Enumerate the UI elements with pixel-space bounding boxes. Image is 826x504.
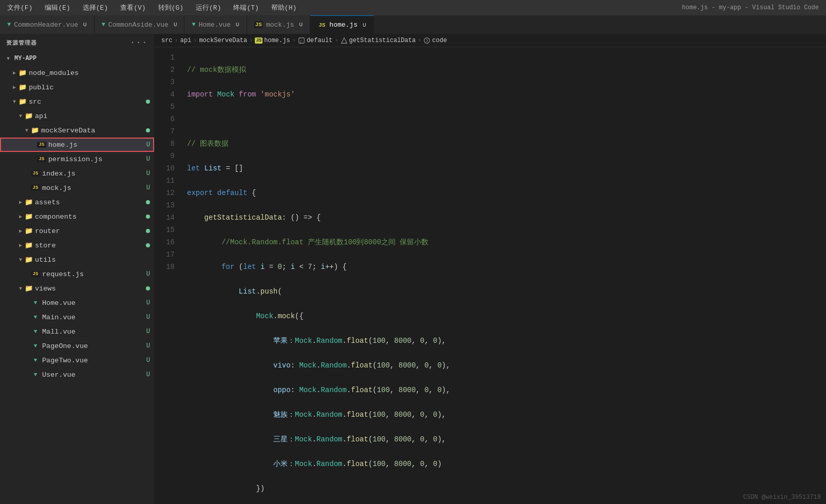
editor-area: src › api › mockServeData › JS home.js ›…	[154, 34, 826, 504]
sidebar-item-homejs[interactable]: JS home.js U	[0, 138, 154, 152]
folder-icon: 📁	[25, 227, 33, 235]
code-line-5: let List = []	[187, 162, 826, 175]
chevron-right-icon	[10, 84, 18, 90]
breadcrumb-homejs[interactable]: JS home.js	[255, 37, 290, 44]
modified-dot	[146, 200, 150, 204]
breadcrumb-default[interactable]: { } default	[298, 37, 332, 44]
chevron-down-icon	[23, 128, 31, 133]
code-line-2: import Mock from 'mockjs'	[187, 88, 826, 101]
sidebar-item-utils[interactable]: 📁 utils	[0, 253, 154, 267]
sidebar-item-label: utils	[35, 256, 154, 264]
window-title: home.js - my-app - Visual Studio Code	[680, 3, 821, 12]
sidebar-item-indexjs[interactable]: JS index.js U	[0, 166, 154, 181]
sidebar-item-label: Home.vue	[42, 299, 146, 307]
code-line-4: // 图表数据	[187, 138, 826, 150]
breadcrumb-getstatisticaldata[interactable]: getStatisticalData	[341, 37, 416, 44]
sidebar-item-label: public	[29, 84, 154, 91]
breadcrumb-api[interactable]: api	[180, 37, 192, 44]
chevron-right-icon	[16, 242, 25, 248]
sidebar-item-label: Main.vue	[42, 314, 146, 321]
breadcrumb-sep: ›	[334, 37, 338, 44]
tab-homevue[interactable]: ▼ Home.vue U	[184, 15, 247, 34]
sidebar-item-src[interactable]: 📁 src	[0, 94, 154, 109]
tab-label: CommonAside.vue	[108, 21, 168, 29]
modified-badge: U	[146, 342, 150, 350]
sidebar-item-mainvue[interactable]: ▼ Main.vue U	[0, 310, 154, 324]
sidebar-item-components[interactable]: 📁 components	[0, 209, 154, 224]
tab-modified: U	[363, 22, 366, 28]
folder-icon: 📁	[25, 112, 33, 120]
modified-badge: U	[146, 141, 150, 148]
menu-edit[interactable]: 编辑(E)	[43, 2, 72, 13]
sidebar-item-mallvue[interactable]: ▼ Mall.vue U	[0, 324, 154, 339]
vue-file-icon: ▼	[31, 300, 40, 306]
chevron-right-icon	[16, 228, 25, 234]
sidebar-item-label: home.js	[48, 141, 146, 149]
modified-dot	[146, 286, 150, 290]
modified-badge: U	[146, 270, 150, 278]
sidebar-item-label: index.js	[42, 170, 146, 178]
more-options-icon[interactable]: ···	[130, 38, 148, 47]
code-content[interactable]: // mock数据模拟 import Mock from 'mockjs' //…	[180, 47, 826, 504]
menu-help[interactable]: 帮助(H)	[269, 2, 298, 13]
modified-dot	[146, 215, 150, 219]
menu-goto[interactable]: 转到(G)	[156, 2, 185, 13]
sidebar-item-pageonevue[interactable]: ▼ PageOne.vue U	[0, 339, 154, 353]
code-line-13: vivo: Mock.Random.float(100, 8000, 0, 0)…	[187, 359, 826, 372]
sidebar-item-label: permission.js	[48, 156, 146, 163]
sidebar-item-mockservedata[interactable]: 📁 mockServeData	[0, 123, 154, 138]
tab-mockjs[interactable]: JS mock.js U	[247, 15, 310, 34]
sidebar-item-assets[interactable]: 📁 assets	[0, 195, 154, 209]
code-line-10: List.push(	[187, 285, 826, 298]
sidebar-item-permissionjs[interactable]: JS permission.js U	[0, 152, 154, 166]
tab-modified: U	[174, 22, 177, 28]
tab-modified: U	[236, 22, 239, 28]
folder-icon: 📁	[25, 256, 33, 264]
code-line-6: export default {	[187, 187, 826, 199]
sidebar-item-views[interactable]: 📁 views	[0, 281, 154, 296]
menu-view[interactable]: 查看(V)	[118, 2, 147, 13]
code-editor[interactable]: 1 2 3 4 5 6 7 8 9 10 11 12 13 14 15 16 1…	[154, 47, 826, 504]
sidebar-item-pagetwovue[interactable]: ▼ PageTwo.vue U	[0, 353, 154, 367]
chevron-down-icon	[16, 113, 25, 119]
sidebar-title: 资源管理器	[6, 39, 37, 47]
sidebar-item-store[interactable]: 📁 store	[0, 238, 154, 253]
js-file-icon: JS	[37, 142, 46, 148]
modified-badge: U	[146, 371, 150, 378]
sidebar-item-homevue[interactable]: ▼ Home.vue U	[0, 296, 154, 310]
menu-select[interactable]: 选择(E)	[81, 2, 110, 13]
breadcrumb-mockservedata[interactable]: mockServeData	[199, 37, 248, 44]
breadcrumb-src[interactable]: src	[161, 37, 173, 44]
vue-file-icon: ▼	[31, 343, 40, 349]
breadcrumb-sep: ›	[193, 37, 197, 44]
code-line-15: 魅族：Mock.Random.float(100, 8000, 0, 0),	[187, 409, 826, 421]
tab-commonheader[interactable]: ▼ CommonHeader.vue U	[0, 15, 95, 34]
tab-commonaside[interactable]: ▼ CommonAside.vue U	[95, 15, 185, 34]
sidebar-item-public[interactable]: 📁 public	[0, 80, 154, 94]
menu-terminal[interactable]: 终端(T)	[231, 2, 260, 13]
js-file-icon: JS	[31, 170, 40, 177]
chevron-down-icon	[16, 286, 25, 292]
main-area: 资源管理器 ··· MY-APP 📁 node_modules 📁 public…	[0, 34, 826, 504]
folder-icon: 📁	[25, 284, 33, 293]
breadcrumb-code[interactable]: code	[423, 37, 447, 44]
breadcrumb-sep: ›	[175, 37, 178, 44]
sidebar-item-label: src	[29, 98, 146, 106]
code-line-14: oppo: Mock.Random.float(100, 8000, 0, 0)…	[187, 384, 826, 396]
js-icon: JS	[317, 22, 326, 29]
tab-homejs[interactable]: JS home.js U	[310, 15, 373, 34]
sidebar-item-mockjs[interactable]: JS mock.js U	[0, 181, 154, 195]
chevron-right-icon	[10, 70, 18, 76]
menu-file[interactable]: 文件(F)	[5, 2, 34, 13]
sidebar-item-api[interactable]: 📁 api	[0, 109, 154, 123]
menu-run[interactable]: 运行(R)	[194, 2, 223, 13]
sidebar-item-label: components	[35, 213, 146, 221]
sidebar-item-router[interactable]: 📁 router	[0, 224, 154, 238]
svg-text:{ }: { }	[299, 38, 305, 43]
sidebar-item-node-modules[interactable]: 📁 node_modules	[0, 66, 154, 80]
folder-icon: 📁	[18, 98, 27, 106]
sidebar-item-uservue[interactable]: ▼ User.vue U	[0, 367, 154, 382]
svg-marker-2	[341, 37, 347, 43]
sidebar-item-requestjs[interactable]: JS request.js U	[0, 267, 154, 281]
sidebar-item-myapp[interactable]: MY-APP	[0, 51, 154, 66]
